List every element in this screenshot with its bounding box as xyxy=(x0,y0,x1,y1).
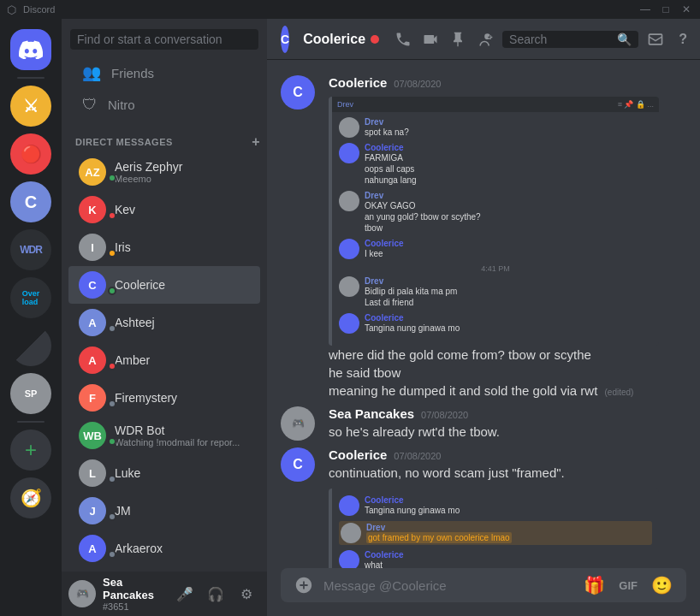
dm-panel: 👥 Friends 🛡 Nitro DIRECT MESSAGES + AZ A… xyxy=(62,19,267,616)
server-sidebar: ⚔ 🔴 C WDR Overload SP + 🧭 xyxy=(0,19,62,616)
avatar-kev: K xyxy=(79,196,106,223)
server-icon-7[interactable]: SP xyxy=(10,373,51,414)
user-name: Sea Pancakes xyxy=(103,576,164,601)
home-button[interactable] xyxy=(10,29,51,70)
friends-icon: 👥 xyxy=(82,63,101,82)
avatar-luke: L xyxy=(79,459,106,487)
minimize-button[interactable]: — xyxy=(638,3,652,15)
dm-item-wdrbot[interactable]: WB WDR Bot Watching !modmail for repor..… xyxy=(68,417,260,454)
avatar-coolerice: C xyxy=(79,271,106,299)
message-timestamp-3: 07/08/2020 xyxy=(394,451,441,461)
dm-name-ashteej: Ashteej xyxy=(115,316,253,329)
message-timestamp-2: 07/08/2020 xyxy=(421,410,468,420)
message-text-2: so he's already rwt'd the tbow. xyxy=(329,423,659,441)
embed-row-6: Coolerice Tangina nung ginawa mo xyxy=(339,313,652,334)
embed-row-5: Drev Bidlip di pala kita ma pmLast di fr… xyxy=(339,276,652,308)
maximize-button[interactable]: □ xyxy=(659,3,673,15)
dm-item-coolerice[interactable]: C Coolerice xyxy=(68,266,260,304)
embed-row-3: Drev OKAY GAGOan yung gold? tbow or scyt… xyxy=(339,191,652,234)
dm-item-aeris[interactable]: AZ Aeris Zephyr Meeemo xyxy=(68,153,260,191)
dm-name-iris: Iris xyxy=(115,240,253,254)
emoji-button[interactable]: 🙂 xyxy=(648,568,676,602)
dm-status-aeris: Meeemo xyxy=(115,174,253,184)
embed-row-2: Coolerice FARMIGAoops all capsnahunga la… xyxy=(339,143,652,186)
embed2-row-1: Coolerice Tangina nung ginawa mo xyxy=(339,495,652,516)
status-indicator xyxy=(371,35,379,44)
server-icon-5[interactable]: Overload xyxy=(10,277,51,318)
explore-button[interactable]: 🧭 xyxy=(10,477,51,518)
message-avatar-2: 🎮 xyxy=(281,406,315,441)
message-group-2: 🎮 Sea Pancakes 07/08/2020 so he's alread… xyxy=(267,405,700,442)
message-input-area: 🎁 GIF 🙂 xyxy=(267,568,700,616)
app: ⚔ 🔴 C WDR Overload SP + 🧭 👥 Friends 🛡 Ni… xyxy=(0,19,700,616)
message-text-3: continuation, no word scam just "framed"… xyxy=(329,464,659,482)
server-icon-2[interactable]: 🔴 xyxy=(10,133,51,175)
dm-item-firemystery[interactable]: F Firemystery xyxy=(68,379,260,417)
add-server-button[interactable]: + xyxy=(10,429,51,471)
attach-button[interactable] xyxy=(291,569,317,601)
dm-info-arkaerox: Arkaerox xyxy=(115,542,253,555)
embed2-row-3: Coolerice what xyxy=(339,550,652,568)
phone-button[interactable] xyxy=(393,29,413,50)
nitro-nav-item[interactable]: 🛡 Nitro xyxy=(68,89,260,121)
dm-search-area xyxy=(62,19,267,56)
settings-button[interactable]: ⚙ xyxy=(233,580,260,607)
pin-button[interactable] xyxy=(448,29,468,50)
search-icon: 🔍 xyxy=(617,33,632,46)
dm-item-jm[interactable]: J JM xyxy=(68,492,260,530)
search-input[interactable] xyxy=(509,33,612,46)
dm-item-drev[interactable]: D Drev xyxy=(68,567,260,572)
video-button[interactable] xyxy=(420,29,441,50)
avatar-iris: I xyxy=(79,234,106,261)
add-member-button[interactable] xyxy=(475,29,495,50)
add-dm-button[interactable]: + xyxy=(252,134,260,150)
input-right-buttons: 🎁 GIF 🙂 xyxy=(580,568,676,602)
friends-nav-item[interactable]: 👥 Friends xyxy=(68,56,260,89)
dm-name-aeris: Aeris Zephyr xyxy=(115,160,253,174)
message-group-3: C Coolerice 07/08/2020 continuation, no … xyxy=(267,446,700,568)
server-icon-3[interactable]: C xyxy=(10,181,51,222)
mic-button[interactable]: 🎤 xyxy=(171,580,199,607)
dm-name-luke: Luke xyxy=(115,466,253,480)
message-avatar-1: C xyxy=(281,75,315,110)
dm-item-amber[interactable]: A Amber xyxy=(68,341,260,379)
server-icon-1[interactable]: ⚔ xyxy=(10,86,51,127)
gif-button[interactable]: GIF xyxy=(615,572,641,599)
avatar-ashteej: A xyxy=(79,309,106,336)
headphone-button[interactable]: 🎧 xyxy=(202,580,229,607)
dm-item-luke[interactable]: L Luke xyxy=(68,454,260,492)
user-info: Sea Pancakes #3651 xyxy=(103,576,164,612)
message-text-1a: where did the gold come from? tbow or sc… xyxy=(329,346,659,364)
dm-info-kev: Kev xyxy=(115,203,253,216)
dm-name-arkaerox: Arkaerox xyxy=(115,542,253,555)
title-bar: ⬡ Discord — □ ✕ xyxy=(0,0,700,19)
direct-messages-header: DIRECT MESSAGES + xyxy=(62,121,267,153)
dm-list: AZ Aeris Zephyr Meeemo K Kev I Iris C xyxy=(62,153,267,572)
user-bar: 🎮 Sea Pancakes #3651 🎤 🎧 ⚙ xyxy=(62,572,267,616)
dm-item-iris[interactable]: I Iris xyxy=(68,228,260,266)
inbox-button[interactable] xyxy=(645,29,666,50)
dm-item-arkaerox[interactable]: A Arkaerox xyxy=(68,530,260,567)
avatar-firemystery: F xyxy=(79,384,106,412)
help-button[interactable]: ? xyxy=(673,29,693,50)
embed-row-1: Drev spot ka na? xyxy=(339,117,652,138)
channel-name: Coolerice xyxy=(303,32,379,47)
dm-item-kev[interactable]: K Kev xyxy=(68,191,260,228)
dm-search-input[interactable] xyxy=(70,29,258,50)
dm-status-wdrbot: Watching !modmail for repor... xyxy=(115,437,253,447)
message-input[interactable] xyxy=(323,569,573,602)
message-embed-2: Coolerice Tangina nung ginawa mo Drev go… xyxy=(329,489,659,568)
message-content-1: Coolerice 07/08/2020 Drev ≡ 📌 🔒 ... xyxy=(329,75,659,400)
user-tag: #3651 xyxy=(103,601,164,612)
message-author-1: Coolerice xyxy=(329,75,387,90)
dm-item-ashteej[interactable]: A Ashteej xyxy=(68,304,260,341)
message-timestamp-1: 07/08/2020 xyxy=(394,79,441,89)
message-text-1c: meaning he dumped it and sold the gold v… xyxy=(329,382,659,400)
server-icon-6[interactable] xyxy=(10,325,51,366)
dm-name-amber: Amber xyxy=(115,353,253,367)
avatar-jm: J xyxy=(79,497,106,524)
server-icon-4[interactable]: WDR xyxy=(10,229,51,270)
close-button[interactable]: ✕ xyxy=(679,3,693,15)
message-header-3: Coolerice 07/08/2020 xyxy=(329,447,659,462)
gift-button[interactable]: 🎁 xyxy=(580,568,608,602)
